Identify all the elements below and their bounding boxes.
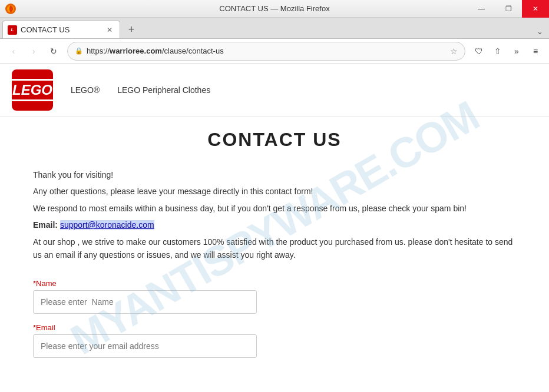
restore-button[interactable]: ❐: [495, 0, 522, 18]
reload-button[interactable]: ↻: [45, 42, 62, 60]
address-protocol: https://: [87, 46, 110, 55]
site-nav: LEGO® LEGO Peripheral Clothes: [71, 85, 210, 95]
share-icon: ⇧: [494, 46, 501, 56]
tab-favicon: L: [8, 25, 17, 35]
lego-logo[interactable]: LEGO: [12, 69, 53, 111]
tab-bar: L CONTACT US ✕ + ⌄: [0, 18, 549, 39]
email-form-label: *Email: [33, 323, 516, 332]
address-bar[interactable]: 🔒 https://warrioree.com/clause/contact-u…: [67, 42, 465, 61]
name-label: *Name: [33, 279, 516, 288]
share-button[interactable]: ⇧: [489, 42, 507, 60]
titlebar: CONTACT US — Mozilla Firefox — ❐ ✕: [0, 0, 549, 18]
address-path: /clause/contact-us: [162, 46, 224, 55]
paragraph-3: We respond to most emails within a busin…: [33, 202, 516, 215]
paragraph-2: Any other questions, please leave your m…: [33, 185, 516, 198]
lego-logo-text: LEGO: [7, 79, 58, 101]
page-heading: CONTACT US: [33, 129, 516, 151]
email-link[interactable]: support@koronacide.com: [60, 220, 154, 230]
tab-label: CONTACT US: [21, 25, 101, 34]
page-main: CONTACT US Thank you for visiting! Any o…: [9, 117, 540, 391]
forward-button[interactable]: ›: [25, 42, 42, 60]
window-controls: — ❐ ✕: [468, 0, 549, 18]
firefox-icon: [5, 3, 16, 15]
name-input[interactable]: [33, 290, 257, 314]
address-domain: warrioree.com: [110, 46, 162, 55]
tab-contact-us[interactable]: L CONTACT US ✕: [2, 21, 120, 38]
shield-icon: 🛡: [475, 46, 483, 56]
contact-form: *Name *Email: [33, 279, 516, 358]
back-button[interactable]: ‹: [5, 42, 22, 60]
reload-icon: ↻: [50, 46, 57, 56]
email-field-group: *Email: [33, 323, 516, 358]
paragraph-4: At our shop , we strive to make our cust…: [33, 235, 516, 262]
bookmark-star-icon[interactable]: ☆: [450, 46, 458, 56]
email-label: Email:: [33, 220, 58, 230]
email-line: Email: support@koronacide.com: [33, 218, 516, 231]
tab-close-button[interactable]: ✕: [104, 25, 115, 35]
new-tab-button[interactable]: +: [123, 21, 140, 38]
page-area: MYANTISPYWARE.COM LEGO LEGO® LEGO Periph…: [0, 64, 549, 392]
tab-overflow-button[interactable]: ⌄: [537, 27, 543, 36]
forward-icon: ›: [32, 46, 35, 56]
close-button[interactable]: ✕: [522, 0, 549, 18]
menu-icon: ≡: [533, 46, 538, 56]
more-pages-button[interactable]: »: [508, 42, 525, 60]
minimize-button[interactable]: —: [468, 0, 495, 18]
hamburger-menu-button[interactable]: ≡: [527, 42, 544, 60]
nav-item-peripheral-clothes[interactable]: LEGO Peripheral Clothes: [117, 85, 210, 95]
address-text: https://warrioree.com/clause/contact-us: [87, 46, 447, 55]
shield-button[interactable]: 🛡: [470, 42, 488, 60]
name-field-group: *Name: [33, 279, 516, 314]
site-header: LEGO LEGO® LEGO Peripheral Clothes: [0, 64, 549, 117]
chevron-right-icon: »: [514, 46, 519, 56]
nav-item-lego[interactable]: LEGO®: [71, 85, 100, 95]
lock-icon: 🔒: [75, 47, 83, 55]
navbar: ‹ › ↻ 🔒 https://warrioree.com/clause/con…: [0, 39, 549, 64]
back-icon: ‹: [12, 46, 15, 56]
window-title: CONTACT US — Mozilla Firefox: [219, 4, 329, 13]
nav-right-controls: 🛡 ⇧ » ≡: [470, 42, 544, 60]
tab-favicon-text: L: [11, 27, 14, 32]
paragraph-1: Thank you for visiting!: [33, 168, 516, 181]
email-input[interactable]: [33, 334, 257, 358]
